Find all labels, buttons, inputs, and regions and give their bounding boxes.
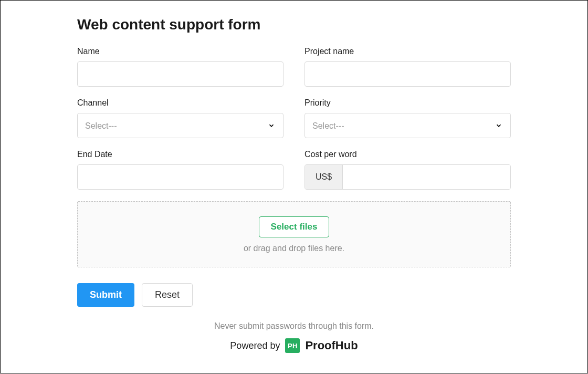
project-name-input[interactable] [304,61,511,87]
field-project-name: Project name [304,47,511,87]
reset-button[interactable]: Reset [142,283,193,307]
submit-button[interactable]: Submit [77,283,134,307]
channel-label: Channel [77,98,284,108]
priority-label: Priority [304,98,511,108]
project-name-label: Project name [304,47,511,56]
field-end-date: End Date [77,150,284,190]
field-name: Name [77,47,284,87]
footer: Never submit passwords through this form… [77,321,511,353]
field-channel: Channel Select--- [77,98,284,138]
name-input[interactable] [77,61,284,87]
end-date-label: End Date [77,150,284,159]
cost-per-word-label: Cost per word [304,150,511,159]
button-row: Submit Reset [77,283,511,307]
password-warning: Never submit passwords through this form… [77,321,511,331]
brand-name: ProofHub [305,339,358,352]
priority-select[interactable]: Select--- [304,113,511,138]
form-container: Web content support form Name Project na… [0,0,588,373]
powered-by: Powered by PH ProofHub [77,338,511,353]
form-row-2: Channel Select--- Priority Select--- [77,98,511,138]
page-title: Web content support form [77,16,511,33]
end-date-input[interactable] [77,164,284,190]
select-files-button[interactable]: Select files [259,216,330,237]
channel-select[interactable]: Select--- [77,113,284,138]
powered-by-text: Powered by [230,340,280,351]
field-cost-per-word: Cost per word US$ [304,150,511,190]
field-priority: Priority Select--- [304,98,511,138]
cost-per-word-input[interactable] [343,165,510,189]
form-row-1: Name Project name [77,47,511,87]
currency-prefix: US$ [305,165,343,189]
proofhub-logo-icon: PH [285,338,300,353]
dropzone-hint: or drag and drop files here. [78,244,510,253]
file-dropzone[interactable]: Select files or drag and drop files here… [77,201,511,267]
name-label: Name [77,47,284,56]
form-row-3: End Date Cost per word US$ [77,150,511,190]
